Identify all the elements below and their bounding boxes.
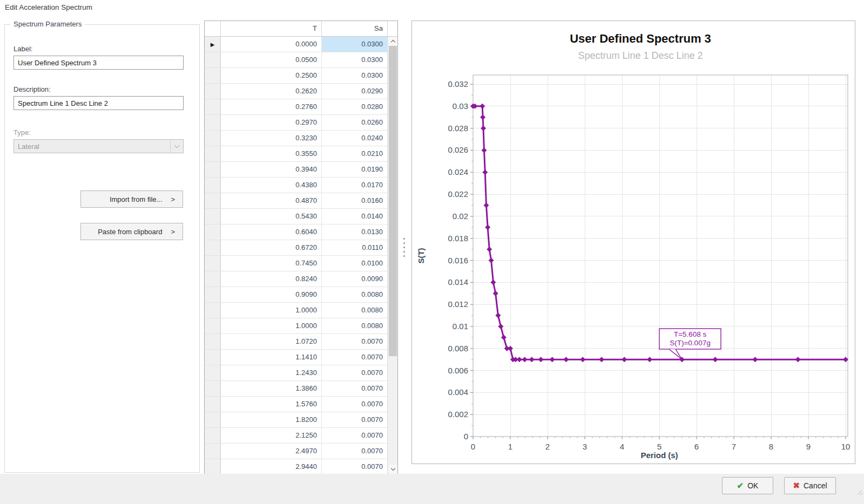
table-cell-t[interactable]: 1.0000 xyxy=(221,318,322,333)
table-cell-sa[interactable]: 0.0160 xyxy=(322,193,388,208)
row-header-cell[interactable] xyxy=(205,350,221,365)
panel-splitter[interactable] xyxy=(400,21,408,474)
grid-corner-cell[interactable] xyxy=(205,21,221,36)
table-cell-sa[interactable]: 0.0140 xyxy=(322,209,388,224)
table-cell-sa[interactable]: 0.0070 xyxy=(322,350,388,365)
table-cell-t[interactable]: 0.2620 xyxy=(221,84,322,99)
table-cell-t[interactable]: 2.4970 xyxy=(221,444,322,459)
table-cell-sa[interactable]: 0.0070 xyxy=(322,381,388,396)
row-header-cell[interactable] xyxy=(205,318,221,333)
table-cell-t[interactable]: 0.2760 xyxy=(221,99,322,114)
table-cell-t[interactable]: 1.3860 xyxy=(221,381,322,396)
table-cell-sa[interactable]: 0.0210 xyxy=(322,146,388,161)
table-cell-t[interactable]: 0.6720 xyxy=(221,240,322,255)
table-cell-t[interactable]: 0.4870 xyxy=(221,193,322,208)
table-cell-sa[interactable]: 0.0080 xyxy=(322,303,388,318)
table-cell-sa[interactable]: 0.0240 xyxy=(322,131,388,146)
row-header-cell[interactable] xyxy=(205,365,221,380)
table-cell-sa[interactable]: 0.0130 xyxy=(322,224,388,240)
table-cell-t[interactable]: 0.9090 xyxy=(221,287,322,302)
table-cell-t[interactable]: 0.2970 xyxy=(221,115,322,130)
resize-grip-icon[interactable] xyxy=(856,490,863,496)
ok-button[interactable]: ✔ OK xyxy=(722,477,773,494)
row-header-cell[interactable] xyxy=(205,52,221,67)
row-header-cell[interactable] xyxy=(205,178,221,193)
table-cell-t[interactable]: 0.4380 xyxy=(221,178,322,193)
table-cell-t[interactable]: 2.9440 xyxy=(221,459,322,474)
column-header-sa[interactable]: Sa xyxy=(322,21,388,36)
spectrum-chart[interactable]: 01234567891000.0020.0040.0060.0080.010.0… xyxy=(412,21,855,464)
table-cell-sa[interactable]: 0.0280 xyxy=(322,99,388,114)
table-cell-sa[interactable]: 0.0070 xyxy=(322,444,388,459)
table-cell-sa[interactable]: 0.0070 xyxy=(322,428,388,443)
row-header-cell[interactable] xyxy=(205,428,221,443)
table-cell-t[interactable]: 1.1410 xyxy=(221,350,322,365)
row-header-cell[interactable] xyxy=(205,397,221,412)
row-header-cell[interactable] xyxy=(205,459,221,474)
row-header-cell[interactable] xyxy=(205,84,221,99)
row-header-cell[interactable] xyxy=(205,224,221,240)
table-cell-t[interactable]: 1.5760 xyxy=(221,397,322,412)
table-cell-t[interactable]: 0.7450 xyxy=(221,256,322,271)
cancel-button[interactable]: ✖ Cancel xyxy=(784,477,836,494)
table-cell-sa[interactable]: 0.0290 xyxy=(322,84,388,99)
row-header-cell[interactable] xyxy=(205,131,221,146)
table-cell-sa[interactable]: 0.0070 xyxy=(322,397,388,412)
table-cell-t[interactable]: 2.1250 xyxy=(221,428,322,443)
description-input[interactable] xyxy=(14,96,184,110)
table-cell-t[interactable]: 1.2430 xyxy=(221,365,322,380)
row-header-cell[interactable] xyxy=(205,162,221,177)
label-input[interactable] xyxy=(14,56,184,70)
table-cell-t[interactable]: 1.0000 xyxy=(221,303,322,318)
table-cell-sa[interactable]: 0.0070 xyxy=(322,334,388,349)
table-cell-sa[interactable]: 0.0170 xyxy=(322,178,388,193)
table-cell-t[interactable]: 0.0500 xyxy=(221,52,322,67)
scroll-down-button[interactable] xyxy=(388,465,397,474)
row-header-cell[interactable] xyxy=(205,209,221,224)
scroll-up-button[interactable] xyxy=(388,37,397,46)
table-cell-sa[interactable]: 0.0080 xyxy=(322,287,388,302)
table-cell-t[interactable]: 0.3940 xyxy=(221,162,322,177)
table-cell-sa[interactable]: 0.0070 xyxy=(322,412,388,427)
row-header-cell[interactable] xyxy=(205,256,221,271)
table-cell-sa[interactable]: 0.0090 xyxy=(322,271,388,287)
row-header-cell[interactable] xyxy=(205,271,221,287)
paste-from-clipboard-button[interactable]: Paste from clipboard > xyxy=(80,223,183,240)
table-cell-sa[interactable]: 0.0260 xyxy=(322,115,388,130)
table-cell-sa[interactable]: 0.0300 xyxy=(322,68,388,83)
table-cell-sa[interactable]: 0.0070 xyxy=(322,365,388,380)
table-cell-t[interactable]: 0.6040 xyxy=(221,224,322,240)
import-from-file-button[interactable]: Import from file... > xyxy=(80,190,183,208)
table-cell-t[interactable]: 1.8200 xyxy=(221,412,322,427)
table-cell-t[interactable]: 0.8240 xyxy=(221,271,322,287)
column-header-t[interactable]: T xyxy=(221,21,322,36)
row-header-cell[interactable] xyxy=(205,68,221,83)
row-header-cell[interactable] xyxy=(205,412,221,427)
table-cell-t[interactable]: 0.3550 xyxy=(221,146,322,161)
table-cell-sa[interactable]: 0.0080 xyxy=(322,318,388,333)
row-header-cell[interactable] xyxy=(205,287,221,302)
row-header-cell[interactable] xyxy=(205,146,221,161)
table-cell-sa[interactable]: 0.0070 xyxy=(322,459,388,474)
table-cell-sa[interactable]: 0.0110 xyxy=(322,240,388,255)
row-header-cell[interactable] xyxy=(205,240,221,255)
table-cell-t[interactable]: 0.5430 xyxy=(221,209,322,224)
row-header-cell[interactable]: ▶ xyxy=(205,37,221,52)
table-cell-sa[interactable]: 0.0300 xyxy=(322,52,388,67)
table-cell-sa[interactable]: 0.0300 xyxy=(322,37,388,52)
table-cell-sa[interactable]: 0.0100 xyxy=(322,256,388,271)
table-cell-sa[interactable]: 0.0190 xyxy=(322,162,388,177)
row-header-cell[interactable] xyxy=(205,193,221,208)
table-cell-t[interactable]: 0.3230 xyxy=(221,131,322,146)
row-header-cell[interactable] xyxy=(205,444,221,459)
table-cell-t[interactable]: 0.2500 xyxy=(221,68,322,83)
row-header-cell[interactable] xyxy=(205,303,221,318)
row-header-cell[interactable] xyxy=(205,99,221,114)
scrollbar-thumb[interactable] xyxy=(389,46,397,356)
table-cell-t[interactable]: 1.0720 xyxy=(221,334,322,349)
row-header-cell[interactable] xyxy=(205,381,221,396)
row-header-cell[interactable] xyxy=(205,334,221,349)
table-cell-t[interactable]: 0.0000 xyxy=(221,37,322,52)
row-header-cell[interactable] xyxy=(205,115,221,130)
table-scrollbar[interactable] xyxy=(388,37,397,474)
